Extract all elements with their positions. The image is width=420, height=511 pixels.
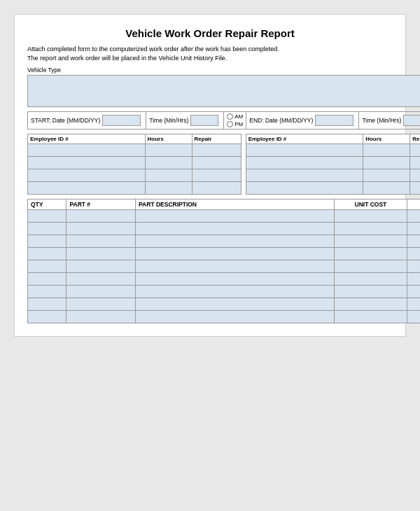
page-title: Vehicle Work Order Repair Report <box>27 27 393 39</box>
start-date-input[interactable] <box>102 115 141 126</box>
start-time-label: Time (Min/Hrs) <box>149 117 188 124</box>
unit-cost-header: UNIT COST <box>334 200 407 210</box>
part-num-header: PART # <box>66 200 136 210</box>
emp-col3-header: Repair <box>192 134 241 144</box>
emp-col2-header: Hours <box>145 134 192 144</box>
parts-section: QTY PART # PART DESCRIPTION UNIT COST HO… <box>27 199 420 323</box>
employee-section: Employee ID # Hours Repair <box>27 134 420 195</box>
emp-col1-header: Employee ID # <box>28 134 146 144</box>
vehicle-type-label: Vehicle Type <box>27 66 420 74</box>
table-row <box>28 298 421 311</box>
end-time-input[interactable] <box>403 115 420 126</box>
instructions: Attach completed form to the computerize… <box>27 45 420 62</box>
table-row <box>28 260 421 273</box>
page: Vehicle Work Order Repair Report Attach … <box>14 14 406 337</box>
table-row <box>28 144 241 157</box>
table-row <box>28 157 241 169</box>
emp2-col2-header: Hours <box>363 134 410 144</box>
parts-table: QTY PART # PART DESCRIPTION UNIT COST HO… <box>27 199 420 323</box>
table-row <box>246 157 420 169</box>
part-desc-header: PART DESCRIPTION <box>136 200 334 210</box>
table-row <box>246 182 420 195</box>
emp2-col3-header: Repair <box>410 134 420 144</box>
table-row <box>28 248 421 260</box>
end-date-input[interactable] <box>315 115 354 126</box>
table-row <box>28 223 421 235</box>
start-date-label: START: Date (MM/DD/YY) <box>31 117 100 124</box>
start-am-radio[interactable] <box>227 113 233 120</box>
qty-header: QTY <box>28 200 66 210</box>
table-row <box>28 311 421 323</box>
hours-header: HOURS <box>407 200 420 210</box>
vehicle-type-input[interactable] <box>27 75 420 107</box>
end-time-label: Time (Min/Hrs) <box>362 117 401 124</box>
datetime-row: START: Date (MM/DD/YY) Time (Min/Hrs) AM… <box>27 111 420 130</box>
table-row <box>28 169 241 182</box>
table-row <box>28 273 421 286</box>
start-ampm: AM PM <box>224 112 246 129</box>
table-row <box>28 235 421 248</box>
start-time-input[interactable] <box>190 115 218 126</box>
emp2-col1-header: Employee ID # <box>246 134 363 144</box>
employee-table-1: Employee ID # Hours Repair <box>27 134 241 195</box>
table-row <box>28 182 241 195</box>
employee-table-2: Employee ID # Hours Repair <box>246 134 420 195</box>
left-section: Attach completed form to the computerize… <box>27 45 420 323</box>
table-row <box>28 210 421 223</box>
table-row <box>246 144 420 157</box>
table-row <box>246 169 420 182</box>
start-pm-radio[interactable] <box>227 121 233 127</box>
end-date-label: END: Date (MM/DD/YY) <box>249 117 313 124</box>
table-row <box>28 286 421 298</box>
